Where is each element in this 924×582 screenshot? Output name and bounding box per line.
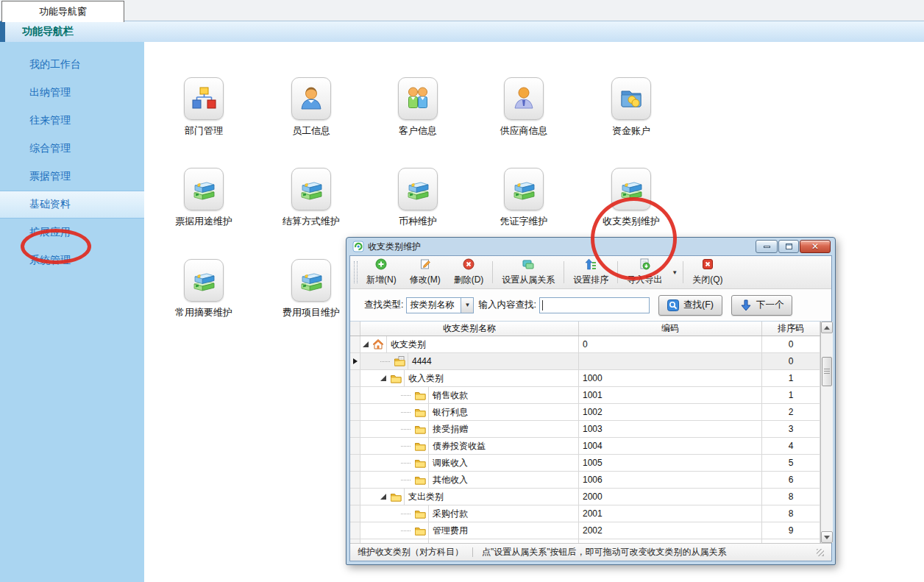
sidebar-item-bill-management[interactable]: 票据管理 [0,163,144,191]
table-row[interactable]: 调账收入10055 [350,455,820,472]
next-button[interactable]: 下一个 [731,295,793,316]
toolbar-button-label: 删除(D) [454,274,484,286]
minimize-icon [764,246,770,248]
employee-info-icon[interactable] [291,77,331,120]
row-indicator-cell [350,522,360,539]
vertical-scrollbar[interactable] [820,322,833,543]
search-type-select[interactable]: 按类别名称 ▼ [406,297,474,313]
cell-sort: 4 [762,438,820,454]
toolbar-button-add[interactable]: 新增(N) [360,258,403,287]
cell-sort: 5 [762,455,820,471]
cell-code: 1005 [579,455,762,471]
cell-sort: 0 [762,353,820,369]
expand-triangle-icon[interactable] [380,494,386,500]
row-indicator-cell [350,387,360,403]
folder-icon [414,389,426,401]
app-item-customer-info[interactable]: 客户信息 [381,77,455,138]
sidebar-item-cashier-management[interactable]: 出纳管理 [0,79,144,107]
settlement-method-maintenance-icon[interactable] [291,168,331,210]
supplier-info-icon[interactable] [504,77,544,120]
cell-name: 其他收入 [360,472,579,488]
app-item-expense-item-maintenance[interactable]: 费用项目维护 [274,259,348,319]
cell-name: 调账收入 [360,455,579,471]
sidebar-item-my-workbench[interactable]: 我的工作台 [0,51,144,79]
status-separator [472,547,473,557]
expand-triangle-icon[interactable] [363,341,369,347]
app-label: 票据用途维护 [175,215,232,228]
expense-item-maintenance-icon[interactable] [291,259,331,302]
toolbar-separator [492,261,493,283]
app-item-currency-maintenance[interactable]: 币种维护 [381,168,455,228]
table-row[interactable]: 采购付款20018 [350,505,820,522]
table-row[interactable]: 银行利息10022 [350,404,820,421]
cell-name-text: 调账收入 [428,455,578,471]
status-bar: 维护收支类别（对方科目） 点"设置从属关系"按钮后，即可拖动可改变收支类别的从属… [350,543,831,561]
cell-name: 接受捐赠 [360,421,579,437]
app-item-bill-usage-maintenance[interactable]: 票据用途维护 [167,168,241,228]
department-management-icon[interactable] [184,77,224,120]
bill-usage-maintenance-icon[interactable] [184,168,224,210]
currency-maintenance-icon[interactable] [398,168,438,210]
toolbar-button-close[interactable]: 关闭(Q) [686,258,729,287]
row-indicator-cell [350,472,360,488]
chevron-down-icon[interactable]: ▼ [461,298,473,313]
table-row[interactable]: 收入类别10001 [350,370,820,387]
app-item-voucher-word-maintenance[interactable]: 凭证字维护 [487,168,561,228]
app-label: 客户信息 [399,124,437,138]
dropdown-arrow-icon[interactable]: ▼ [669,269,680,276]
scroll-down-button[interactable] [821,531,833,543]
toolbar-button-set-relation[interactable]: 设置从属关系 [495,258,561,287]
fund-account-icon[interactable] [611,77,651,120]
header-sort[interactable]: 排序码 [762,322,820,336]
cell-name: 销售收款 [360,387,579,403]
table-row[interactable]: 44440 [350,353,820,370]
sidebar-item-contact-management[interactable]: 往来管理 [0,107,144,135]
status-right-text: 点"设置从属关系"按钮后，即可拖动可改变收支类别的从属关系 [482,546,727,558]
cell-code: 1004 [579,438,762,454]
search-bar: 查找类型: 按类别名称 ▼ 输入内容查找: 查找(F) 下一个 [350,289,831,321]
table-row[interactable]: 管理费用20029 [350,522,820,539]
table-row[interactable]: 收支类别00 [350,336,820,353]
table-row[interactable]: 支出类别20008 [350,489,820,505]
header-code[interactable]: 编码 [579,322,762,336]
expand-triangle-icon[interactable] [380,375,386,381]
table-row[interactable]: 债券投资收益10044 [350,438,820,455]
edit-icon [419,258,431,272]
tab-function-nav-window[interactable]: 功能导航窗 [1,1,124,22]
common-summary-maintenance-icon[interactable] [184,259,224,302]
sidebar-item-comprehensive-management[interactable]: 综合管理 [0,135,144,163]
table-row[interactable]: 接受捐赠10033 [350,421,820,438]
scroll-up-button[interactable] [821,322,833,333]
app-item-employee-info[interactable]: 员工信息 [274,77,348,138]
app-label: 费用项目维护 [282,306,340,319]
cell-name-text: 债券投资收益 [428,438,578,454]
scrollbar-thumb[interactable] [822,357,832,386]
sidebar-item-basic-data[interactable]: 基础资料 [0,191,144,219]
toolbar-button-edit[interactable]: 修改(M) [403,258,447,287]
table-row[interactable]: 销售收款10011 [350,387,820,404]
app-item-fund-account[interactable]: 资金账户 [594,77,668,138]
cell-name: 债券投资收益 [360,438,579,454]
table-row[interactable]: 其他收入10066 [350,472,820,489]
restore-button[interactable] [778,240,799,253]
app-item-department-management[interactable]: 部门管理 [167,77,241,138]
toolbar-button-delete[interactable]: 删除(D) [447,258,491,287]
app-item-supplier-info[interactable]: 供应商信息 [487,77,561,138]
customer-info-icon[interactable] [398,77,438,120]
resize-grip[interactable] [817,549,824,556]
cell-code: 1002 [579,404,762,420]
search-input[interactable] [539,297,650,313]
app-label: 员工信息 [292,124,330,138]
find-button[interactable]: 查找(F) [658,295,722,316]
cell-sort: 6 [762,472,820,488]
delete-icon [463,258,475,272]
header-name[interactable]: 收支类别名称 [360,322,579,336]
search-type-label: 查找类型: [364,299,403,311]
app-item-common-summary-maintenance[interactable]: 常用摘要维护 [167,259,241,319]
minimize-button[interactable] [756,240,778,253]
app-item-settlement-method-maintenance[interactable]: 结算方式维护 [274,168,348,228]
voucher-word-maintenance-icon[interactable] [504,168,544,210]
close-window-button[interactable]: ✕ [800,240,831,253]
app-label: 币种维护 [399,215,437,228]
table-header: 收支类别名称 编码 排序码 [350,322,820,336]
